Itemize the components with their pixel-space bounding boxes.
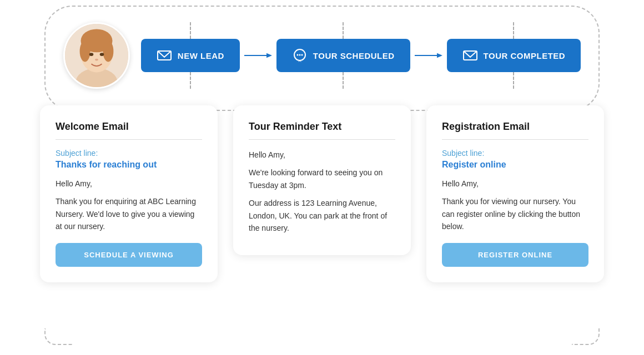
card-divider-3 xyxy=(442,139,588,140)
svg-point-6 xyxy=(89,53,94,56)
avatar-container xyxy=(63,22,130,89)
card-title-1: Welcome Email xyxy=(56,121,202,133)
envelope-icon-1 xyxy=(157,48,172,63)
stage-tour-scheduled[interactable]: TOUR SCHEDULED xyxy=(276,39,410,72)
card-text-2-2: Our address is 123 Learning Avenue, Lond… xyxy=(249,197,395,234)
subject-value-1: Thanks for reaching out xyxy=(56,160,202,170)
arrow-2 xyxy=(415,49,442,62)
schedule-viewing-button[interactable]: SCHEDULE A VIEWING xyxy=(56,243,202,267)
arrow-1 xyxy=(244,49,272,62)
card-registration-email: Registration Email Subject line: Registe… xyxy=(426,105,604,282)
subject-label-1: Subject line: xyxy=(56,149,202,158)
subject-value-3: Register online xyxy=(442,160,588,170)
bottom-dashed-left xyxy=(44,328,72,345)
card-text-2-1: We're looking forward to seeing you on T… xyxy=(249,166,395,191)
svg-point-13 xyxy=(296,54,298,56)
avatar xyxy=(63,22,130,89)
stage-new-lead[interactable]: NEW LEAD xyxy=(141,39,240,72)
svg-point-5 xyxy=(103,40,113,62)
card-divider-1 xyxy=(56,139,202,140)
stage-new-lead-wrapper: NEW LEAD xyxy=(141,22,240,89)
stage-tour-scheduled-label: TOUR SCHEDULED xyxy=(313,51,395,60)
stage-tour-scheduled-wrapper: TOUR SCHEDULED xyxy=(276,22,410,89)
card-divider-2 xyxy=(249,139,395,140)
dashed-line-top-3 xyxy=(513,22,514,39)
card-text-3-1: Thank you for viewing our nursery. You c… xyxy=(442,195,588,232)
cards-row: Welcome Email Subject line: Thanks for r… xyxy=(22,105,622,282)
dashed-line-top-1 xyxy=(190,22,191,39)
svg-point-15 xyxy=(301,54,303,56)
flow-section: NEW LEAD xyxy=(22,11,622,105)
card-text-1-1: Thank you for enquiring at ABC Learning … xyxy=(56,195,202,232)
register-online-button[interactable]: REGISTER ONLINE xyxy=(442,243,588,267)
card-text-2-0: Hello Amy, xyxy=(249,149,395,161)
stage-tour-completed[interactable]: TOUR COMPLETED xyxy=(447,39,581,72)
stage-tour-completed-label: TOUR COMPLETED xyxy=(484,51,566,60)
svg-marker-11 xyxy=(266,53,272,58)
stage-new-lead-label: NEW LEAD xyxy=(178,51,224,60)
dashed-line-bottom-1 xyxy=(190,72,191,89)
svg-point-8 xyxy=(95,59,98,61)
dashed-line-bottom-3 xyxy=(513,72,514,89)
envelope-icon-2 xyxy=(462,48,478,63)
chat-icon xyxy=(292,48,308,63)
dashed-line-bottom-2 xyxy=(343,72,344,89)
main-container: NEW LEAD xyxy=(0,0,644,355)
svg-marker-17 xyxy=(437,53,442,58)
card-text-1-0: Hello Amy, xyxy=(56,178,202,190)
card-text-3-0: Hello Amy, xyxy=(442,178,588,190)
dashed-line-top-2 xyxy=(343,22,344,39)
stage-tour-completed-wrapper: TOUR COMPLETED xyxy=(447,22,581,89)
svg-point-14 xyxy=(299,54,300,56)
card-title-3: Registration Email xyxy=(442,121,588,133)
svg-point-4 xyxy=(79,40,90,62)
card-title-2: Tour Reminder Text xyxy=(249,121,395,133)
subject-label-3: Subject line: xyxy=(442,149,588,158)
flow-row: NEW LEAD xyxy=(22,22,622,89)
svg-point-7 xyxy=(100,53,104,56)
card-welcome-email: Welcome Email Subject line: Thanks for r… xyxy=(40,105,218,282)
card-tour-reminder: Tour Reminder Text Hello Amy, We're look… xyxy=(233,105,411,255)
bottom-dashed-right xyxy=(572,328,600,345)
